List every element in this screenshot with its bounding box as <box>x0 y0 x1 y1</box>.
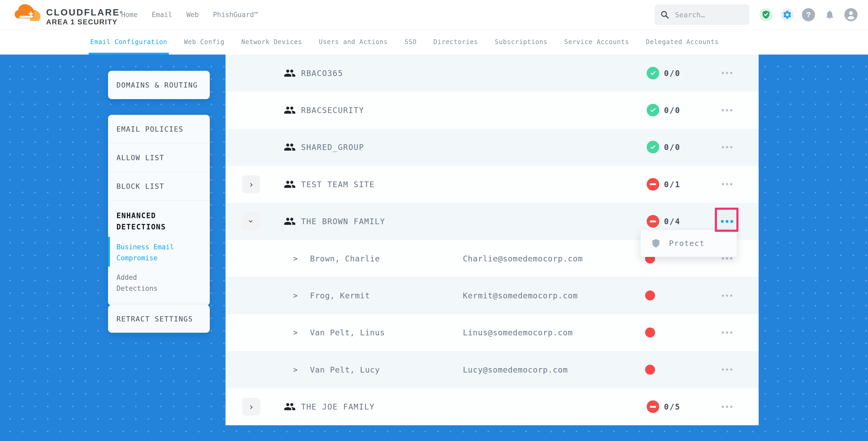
search-input[interactable] <box>675 10 739 19</box>
menu-item-protect[interactable]: Protect <box>669 239 705 248</box>
table-row[interactable]: SHARED_GROUP 0/0 <box>225 129 758 166</box>
member-name: Van Pelt, Lucy <box>310 365 380 374</box>
primary-nav: Home Email Web PhishGuard™ <box>121 0 258 29</box>
shield-icon <box>652 239 660 248</box>
sidebar-item-allow-list[interactable]: ALLOW LIST <box>108 144 210 172</box>
app-root: CLOUDFLARE® AREA 1 SECURITY Home Email W… <box>0 0 868 441</box>
settings-gear-icon[interactable] <box>781 8 794 21</box>
status-ok-badge <box>647 104 659 117</box>
status-ok-badge <box>647 67 659 80</box>
active-item-indicator <box>108 237 110 266</box>
member-email: Linus@somedemocorp.com <box>463 328 573 337</box>
chevron-right-icon: > <box>293 365 298 374</box>
account-icon[interactable] <box>844 8 858 21</box>
header-icon-cluster: ? <box>760 0 858 29</box>
status-alert-badge <box>647 215 659 228</box>
brand-name: CLOUDFLARE® <box>46 8 124 17</box>
member-count: 0/4 <box>664 217 681 226</box>
tab-sso[interactable]: SSO <box>404 29 416 55</box>
member-count: 0/5 <box>664 402 681 411</box>
groups-table: RBACO365 0/0 RBACSECURITY 0/0 SHARED_GRO… <box>225 55 758 425</box>
row-more-button[interactable] <box>718 177 736 192</box>
group-name: RBACO365 <box>301 68 343 77</box>
sidebar-policies-card: EMAIL POLICIES ALLOW LIST BLOCK LIST ENH… <box>108 115 210 306</box>
chevron-right-icon: > <box>293 254 298 263</box>
collapse-row-button[interactable]: › <box>242 212 260 230</box>
cloudflare-cloud-icon <box>15 2 43 25</box>
row-more-button[interactable] <box>718 139 736 155</box>
chevron-right-icon: › <box>249 179 254 190</box>
group-icon <box>284 104 296 116</box>
help-icon[interactable]: ? <box>802 8 815 21</box>
minus-icon <box>650 406 656 408</box>
brand-subtitle: AREA 1 SECURITY <box>46 18 124 26</box>
expand-row-button[interactable]: › <box>242 176 260 193</box>
secondary-tab-bar: Email Configuration Web Config Network D… <box>0 29 868 55</box>
table-row[interactable]: > Van Pelt, Linus Linus@somedemocorp.com <box>225 314 758 351</box>
row-more-button[interactable] <box>718 362 736 378</box>
expand-row-button[interactable]: › <box>242 398 260 416</box>
shield-check-icon[interactable] <box>760 8 773 21</box>
row-more-button[interactable] <box>718 65 736 81</box>
row-more-button[interactable] <box>718 324 736 340</box>
status-alert-dot <box>645 365 655 375</box>
sidebar-item-block-list[interactable]: BLOCK LIST <box>108 172 210 200</box>
notifications-bell-icon[interactable] <box>823 8 836 21</box>
minus-icon <box>650 183 656 185</box>
row-more-button[interactable] <box>718 102 736 118</box>
sidebar-item-enhanced-detections[interactable]: ENHANCED DETECTIONS <box>117 210 182 232</box>
tab-directories[interactable]: Directories <box>433 29 478 55</box>
group-icon <box>284 215 296 227</box>
tab-users-and-actions[interactable]: Users and Actions <box>319 29 388 55</box>
group-name: RBACSECURITY <box>301 106 364 115</box>
group-icon <box>284 401 296 413</box>
member-name: Brown, Charlie <box>310 254 380 263</box>
status-ok-badge <box>647 141 659 153</box>
member-email: Lucy@somedemocorp.com <box>463 365 568 374</box>
member-email: Charlie@somedemocorp.com <box>463 254 583 263</box>
minus-icon <box>650 220 656 222</box>
sidebar-item-email-policies[interactable]: EMAIL POLICIES <box>108 115 210 144</box>
search-box[interactable] <box>655 4 749 25</box>
group-name: THE JOE FAMILY <box>301 402 375 411</box>
tab-network-devices[interactable]: Network Devices <box>241 29 302 55</box>
status-alert-badge <box>647 400 659 413</box>
sidebar-item-retract-settings[interactable]: RETRACT SETTINGS <box>108 305 210 333</box>
top-header: CLOUDFLARE® AREA 1 SECURITY Home Email W… <box>0 0 868 30</box>
member-count: 0/0 <box>664 106 681 115</box>
row-more-button[interactable] <box>718 399 736 414</box>
tab-web-config[interactable]: Web Config <box>184 29 225 55</box>
tab-delegated-accounts[interactable]: Delegated Accounts <box>646 29 719 55</box>
nav-home[interactable]: Home <box>121 11 138 19</box>
group-icon <box>284 141 296 153</box>
nav-phishguard[interactable]: PhishGuard™ <box>213 11 258 19</box>
table-row[interactable]: > Van Pelt, Lucy Lucy@somedemocorp.com <box>225 351 758 388</box>
sidebar-item-added-detections[interactable]: Added Detections <box>117 272 182 294</box>
brand-text: CLOUDFLARE® AREA 1 SECURITY <box>46 8 124 26</box>
annotation-highlight <box>715 208 739 232</box>
table-row[interactable]: › TEST TEAM SITE 0/1 <box>225 166 758 203</box>
chevron-down-icon: › <box>246 219 256 224</box>
table-row[interactable]: RBACO365 0/0 <box>225 55 758 92</box>
table-row[interactable]: RBACSECURITY 0/0 <box>225 92 758 128</box>
status-alert-badge <box>647 178 659 191</box>
tab-subscriptions[interactable]: Subscriptions <box>495 29 548 55</box>
member-count: 0/0 <box>664 143 681 152</box>
cloudflare-logo[interactable]: CLOUDFLARE® AREA 1 SECURITY <box>15 2 124 26</box>
tab-service-accounts[interactable]: Service Accounts <box>564 29 629 55</box>
chevron-right-icon: > <box>293 328 298 337</box>
sidebar-item-business-email-compromise[interactable]: Business Email Compromise <box>117 242 182 263</box>
nav-email[interactable]: Email <box>152 11 172 19</box>
status-alert-dot <box>645 327 655 338</box>
table-row[interactable]: > Frog, Kermit Kermit@somedemocorp.com <box>225 277 758 314</box>
sidebar-item-domains-routing[interactable]: DOMAINS & ROUTING <box>108 71 210 99</box>
row-more-button[interactable] <box>718 288 736 303</box>
group-icon <box>284 67 296 79</box>
table-row[interactable]: › THE JOE FAMILY 0/5 <box>225 388 758 425</box>
search-icon <box>660 10 669 19</box>
nav-web[interactable]: Web <box>186 11 199 19</box>
tab-email-configuration[interactable]: Email Configuration <box>90 29 167 55</box>
group-name: TEST TEAM SITE <box>301 180 375 189</box>
sidebar-section-enhanced-detections: ENHANCED DETECTIONS Business Email Compr… <box>108 200 210 306</box>
context-menu: Protect <box>640 230 737 257</box>
